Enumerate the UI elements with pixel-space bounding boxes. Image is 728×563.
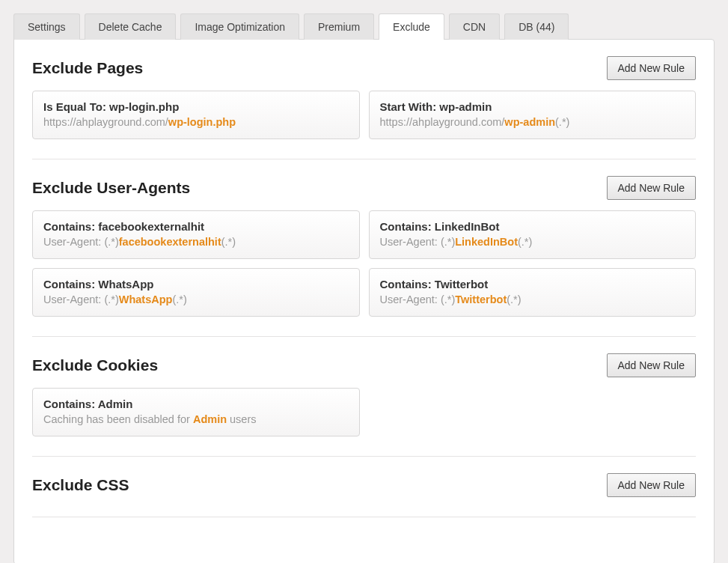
rule-sub: https://ahplayground.com/wp-login.php (43, 116, 349, 128)
rule-card[interactable]: Contains: Admin Caching has been disable… (32, 388, 360, 436)
tab-premium[interactable]: Premium (304, 13, 374, 40)
rule-card[interactable]: Start With: wp-admin https://ahplaygroun… (369, 91, 697, 139)
tab-image-optimization[interactable]: Image Optimization (180, 13, 299, 40)
rule-sub: User-Agent: (.*)facebookexternalhit(.*) (43, 236, 349, 248)
section-title-css: Exclude CSS (32, 476, 129, 494)
tab-exclude[interactable]: Exclude (379, 13, 444, 40)
tab-cdn[interactable]: CDN (449, 13, 500, 40)
section-title-user-agents: Exclude User-Agents (32, 179, 190, 197)
tab-settings[interactable]: Settings (13, 13, 80, 40)
divider (32, 517, 696, 517)
rule-title: Contains: WhatsApp (43, 278, 349, 290)
rule-card[interactable]: Contains: Twitterbot User-Agent: (.*)Twi… (369, 268, 697, 317)
rule-title: Is Equal To: wp-login.php (43, 100, 349, 113)
rule-sub: https://ahplayground.com/wp-admin(.*) (380, 116, 685, 128)
rule-sub: Caching has been disabled for Admin user… (43, 413, 349, 425)
section-title-pages: Exclude Pages (32, 59, 143, 77)
rule-card[interactable]: Contains: facebookexternalhit User-Agent… (32, 210, 360, 259)
tab-db[interactable]: DB (44) (504, 13, 569, 40)
rule-title: Contains: LinkedInBot (380, 220, 685, 233)
rule-sub: User-Agent: (.*)LinkedInBot(.*) (380, 236, 685, 248)
panel-exclude: Exclude Pages Add New Rule Is Equal To: … (13, 39, 715, 563)
rule-card[interactable]: Is Equal To: wp-login.php https://ahplay… (32, 91, 360, 139)
rule-title: Contains: facebookexternalhit (43, 220, 349, 233)
tabs: Settings Delete Cache Image Optimization… (13, 0, 715, 40)
add-rule-pages-button[interactable]: Add New Rule (607, 56, 697, 80)
add-rule-cookies-button[interactable]: Add New Rule (607, 353, 697, 377)
add-rule-css-button[interactable]: Add New Rule (607, 473, 697, 497)
section-exclude-user-agents: Exclude User-Agents Add New Rule Contain… (32, 176, 696, 317)
section-exclude-cookies: Exclude Cookies Add New Rule Contains: A… (32, 353, 696, 436)
rule-title: Contains: Admin (43, 398, 349, 410)
rule-title: Start With: wp-admin (380, 100, 685, 113)
divider (32, 159, 696, 159)
rule-card[interactable]: Contains: LinkedInBot User-Agent: (.*)Li… (369, 210, 697, 259)
section-exclude-pages: Exclude Pages Add New Rule Is Equal To: … (32, 56, 696, 139)
tab-delete-cache[interactable]: Delete Cache (85, 13, 177, 40)
section-exclude-css: Exclude CSS Add New Rule (32, 473, 696, 497)
divider (32, 336, 696, 337)
rule-sub: User-Agent: (.*)Twitterbot(.*) (380, 293, 685, 305)
section-title-cookies: Exclude Cookies (32, 356, 158, 374)
add-rule-user-agents-button[interactable]: Add New Rule (607, 176, 697, 200)
rule-sub: User-Agent: (.*)WhatsApp(.*) (43, 293, 349, 305)
rule-card[interactable]: Contains: WhatsApp User-Agent: (.*)Whats… (32, 268, 360, 317)
rule-title: Contains: Twitterbot (380, 278, 685, 290)
divider (32, 456, 696, 457)
